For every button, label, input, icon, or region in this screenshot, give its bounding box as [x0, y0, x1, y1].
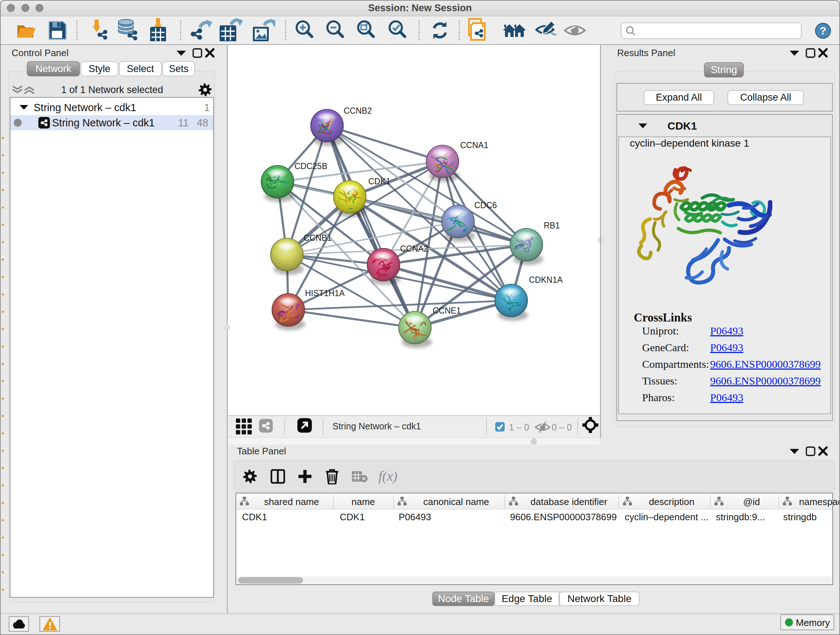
svg-text:CDK1: CDK1 [368, 177, 390, 186]
svg-text:CDKN1A: CDKN1A [529, 275, 563, 285]
svg-text:CCNE1: CCNE1 [433, 306, 461, 315]
svg-text:RB1: RB1 [544, 221, 560, 230]
svg-text:CCNA2: CCNA2 [400, 244, 428, 253]
svg-text:CCNB1: CCNB1 [303, 233, 332, 242]
svg-text:CCNA1: CCNA1 [460, 141, 488, 150]
svg-text:HIST1H1A: HIST1H1A [305, 288, 345, 298]
svg-text:CDC6: CDC6 [474, 201, 497, 210]
svg-text:CCNB2: CCNB2 [344, 106, 372, 116]
svg-text:CDC25B: CDC25B [294, 162, 327, 171]
